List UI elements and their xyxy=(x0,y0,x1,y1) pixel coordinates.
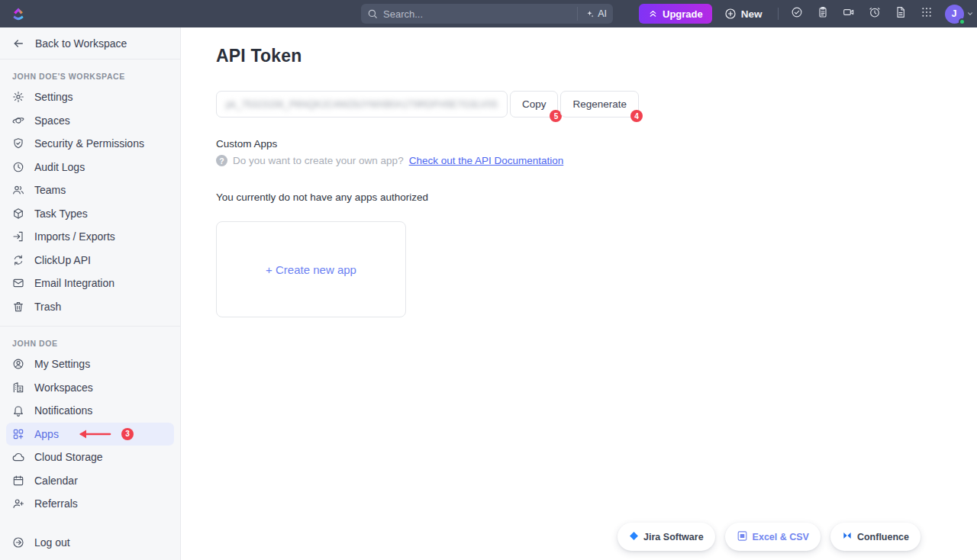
presence-dot xyxy=(959,18,966,25)
confluence-button[interactable]: Confluence xyxy=(830,523,921,551)
integration-label: Jira Software xyxy=(643,532,704,542)
sidebar-item-log-out[interactable]: Log out xyxy=(6,531,174,555)
video-camera-icon xyxy=(843,6,855,21)
document-icon xyxy=(895,6,907,21)
copy-button[interactable]: Copy 5 xyxy=(510,91,559,117)
api-documentation-link[interactable]: Check out the API Documentation xyxy=(409,155,564,166)
clock-icon xyxy=(12,161,24,173)
sidebar-item-spaces[interactable]: Spaces xyxy=(6,109,174,133)
people-icon xyxy=(12,184,24,196)
jira-software-button[interactable]: Jira Software xyxy=(617,523,715,551)
sidebar-item-email-integration[interactable]: Email Integration xyxy=(6,272,174,295)
integration-label: Confluence xyxy=(857,532,909,542)
topbar-icon-strip xyxy=(786,4,937,24)
annotation-arrow-icon xyxy=(76,429,111,439)
jira-icon xyxy=(629,531,639,543)
topbar: AI Upgrade New J xyxy=(0,0,977,27)
cube-icon xyxy=(12,208,24,220)
sidebar-section-label: JOHN DOE xyxy=(0,331,180,352)
search-input[interactable] xyxy=(383,8,572,20)
envelope-icon xyxy=(12,277,24,289)
sidebar-item-trash[interactable]: Trash xyxy=(6,295,174,319)
app-grid-icon xyxy=(921,6,933,21)
sidebar-item-label: Referrals xyxy=(34,497,78,510)
document-button[interactable] xyxy=(890,4,911,24)
app-grid-button[interactable] xyxy=(916,4,937,24)
alarm-clock-button[interactable] xyxy=(864,4,885,24)
sidebar-item-audit-logs[interactable]: Audit Logs xyxy=(6,156,174,179)
sidebar-item-label: Log out xyxy=(34,536,70,549)
sidebar-item-label: Calendar xyxy=(34,475,78,487)
sidebar-item-notifications[interactable]: Notifications xyxy=(6,399,174,423)
api-token-value-blurred: pk_75323156_P6NQK2C4WZ8JYMXB0A1T9RDFH5E7… xyxy=(226,99,498,110)
new-button[interactable]: New xyxy=(717,4,770,24)
video-camera-button[interactable] xyxy=(838,4,859,24)
planet-icon xyxy=(12,114,24,127)
ai-button[interactable]: AI xyxy=(577,7,607,21)
logout-section: Log out xyxy=(0,523,180,560)
user-circle-icon xyxy=(12,358,24,370)
bell-icon xyxy=(12,404,24,417)
sparkles-icon xyxy=(585,9,595,19)
search-icon xyxy=(367,8,378,19)
integration-label: Excel & CSV xyxy=(753,532,809,542)
sidebar-item-clickup-api[interactable]: ClickUp API xyxy=(6,249,174,272)
sidebar-section: JOHN DOEMy SettingsWorkspacesNotificatio… xyxy=(0,327,180,523)
check-circle-button[interactable] xyxy=(786,4,808,24)
annotation-badge-4: 4 xyxy=(630,110,643,122)
sidebar-item-label: Teams xyxy=(34,184,66,196)
plus-circle-icon xyxy=(724,8,737,20)
arrow-left-icon xyxy=(12,37,24,50)
sidebar-item-label: Notifications xyxy=(34,404,92,417)
sidebar-item-task-types[interactable]: Task Types xyxy=(6,202,174,226)
sidebar-item-label: Settings xyxy=(34,91,73,103)
api-arrows-icon xyxy=(12,254,24,266)
clickup-logo-icon[interactable] xyxy=(11,5,26,22)
sidebar-item-label: Security & Permissions xyxy=(34,137,144,150)
sidebar-item-calendar[interactable]: Calendar xyxy=(6,469,174,493)
building-icon xyxy=(12,381,24,394)
sidebar-item-label: Imports / Exports xyxy=(34,230,115,243)
sidebar-item-my-settings[interactable]: My Settings xyxy=(6,352,174,376)
sidebar-item-label: My Settings xyxy=(34,358,90,370)
sidebar-item-label: Audit Logs xyxy=(34,161,85,173)
upgrade-button[interactable]: Upgrade xyxy=(639,4,712,24)
cloud-icon xyxy=(12,451,24,463)
trash-icon xyxy=(12,301,24,313)
upgrade-icon xyxy=(648,9,658,19)
sidebar-item-workspaces[interactable]: Workspaces xyxy=(6,376,174,400)
user-plus-icon xyxy=(12,497,24,510)
gear-icon xyxy=(12,91,24,103)
sidebar-item-label: Cloud Storage xyxy=(34,451,103,463)
annotation-badge-3: 3 xyxy=(121,428,134,440)
back-to-workspace-button[interactable]: Back to Workspace xyxy=(0,27,180,60)
question-circle-icon: ? xyxy=(216,155,227,166)
account-menu[interactable]: J xyxy=(945,5,974,24)
sidebar-item-label: Spaces xyxy=(34,114,70,127)
api-token-field[interactable]: pk_75323156_P6NQK2C4WZ8JYMXB0A1T9RDFH5E7… xyxy=(216,91,508,117)
sidebar-item-imports-exports[interactable]: Imports / Exports xyxy=(6,225,174,249)
shield-check-icon xyxy=(12,137,24,150)
create-new-app-button[interactable]: + Create new app xyxy=(216,221,406,317)
help-text: Do you want to create your own app? xyxy=(233,155,404,166)
sidebar-item-security-permissions[interactable]: Security & Permissions xyxy=(6,132,174,156)
sidebar-item-label: Apps xyxy=(34,428,59,440)
sidebar-item-cloud-storage[interactable]: Cloud Storage xyxy=(6,446,174,469)
regenerate-button[interactable]: Regenerate 4 xyxy=(560,91,639,117)
sidebar-item-label: ClickUp API xyxy=(34,254,91,266)
sidebar-item-apps[interactable]: Apps3 xyxy=(6,423,174,446)
excel-csv-button[interactable]: Excel & CSV xyxy=(725,523,821,551)
sidebar-item-teams[interactable]: Teams xyxy=(6,179,174,202)
sidebar-item-label: Email Integration xyxy=(34,277,114,289)
create-new-app-label: + Create new app xyxy=(266,263,356,276)
clipboard-button[interactable] xyxy=(812,4,834,24)
sidebar-section: JOHN DOE'S WORKSPACESettingsSpacesSecuri… xyxy=(0,60,180,327)
sidebar-sections: JOHN DOE'S WORKSPACESettingsSpacesSecuri… xyxy=(0,60,180,523)
search-bar[interactable]: AI xyxy=(361,4,613,24)
avatar: J xyxy=(945,5,964,24)
topbar-divider xyxy=(778,8,779,20)
sidebar-section-label: JOHN DOE'S WORKSPACE xyxy=(0,64,180,85)
sidebar-item-settings[interactable]: Settings xyxy=(6,85,174,109)
upgrade-label: Upgrade xyxy=(663,8,703,20)
sidebar-item-referrals[interactable]: Referrals xyxy=(6,492,174,516)
